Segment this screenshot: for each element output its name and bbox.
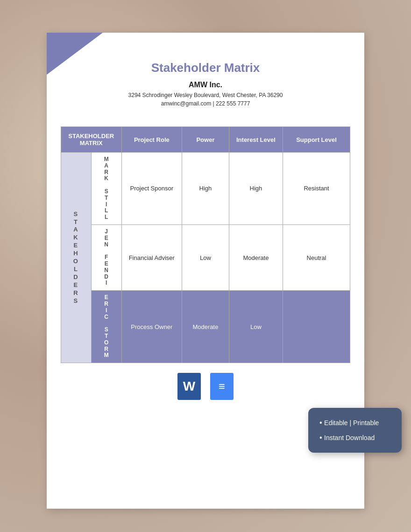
company-name: AMW Inc. bbox=[65, 81, 346, 89]
matrix-table-container: STAKEHOLDER MATRIX Project Role Power In… bbox=[61, 126, 350, 363]
name-eric-storm: E R I C S T O R M bbox=[93, 294, 120, 359]
company-address: 3294 Schrodinger Wesley Boulevard, West … bbox=[65, 91, 346, 99]
corner-decoration bbox=[47, 33, 103, 75]
name-jen-fendi: J E N F E N D I bbox=[93, 229, 120, 287]
feature-item-2: Instant Download bbox=[319, 430, 390, 445]
table-row: E R I C S T O R M Process Owner bbox=[61, 291, 350, 363]
name-cell-2: J E N F E N D I bbox=[91, 224, 121, 290]
th-interest-level: Interest Level bbox=[229, 127, 283, 153]
th-power: Power bbox=[182, 127, 229, 153]
th-project-role: Project Role bbox=[121, 127, 182, 153]
power-cell-3: Moderate bbox=[182, 291, 229, 363]
role-cell-1: Project Sponsor bbox=[121, 153, 182, 225]
stakeholders-label: S T A K E H O L D E R S bbox=[63, 210, 89, 305]
th-stakeholder-matrix: STAKEHOLDER MATRIX bbox=[61, 127, 122, 153]
page-title: Stakeholder Matrix bbox=[65, 61, 346, 75]
features-popup: Editable | Printable Instant Download bbox=[308, 408, 402, 453]
table-row: S T A K E H O L D E R S bbox=[61, 153, 350, 225]
role-cell-2: Financial Adviser bbox=[121, 224, 182, 290]
document-icons-area bbox=[47, 372, 364, 405]
interest-cell-1: High bbox=[229, 153, 283, 225]
power-cell-2: Low bbox=[182, 224, 229, 290]
document-page: Stakeholder Matrix AMW Inc. 3294 Schrodi… bbox=[47, 33, 364, 509]
interest-cell-3: Low bbox=[229, 291, 283, 363]
name-cell-1: M A R K S T I L L bbox=[91, 153, 121, 225]
word-icon-bg bbox=[177, 373, 201, 400]
word-icon bbox=[177, 372, 201, 400]
stakeholders-cell: S T A K E H O L D E R S bbox=[61, 153, 92, 363]
name-cell-3: E R I C S T O R M bbox=[91, 291, 121, 363]
support-cell-1: Resistant bbox=[283, 153, 350, 225]
support-cell-3 bbox=[283, 291, 350, 363]
docs-icon-bg bbox=[210, 373, 234, 400]
stakeholder-matrix-table: STAKEHOLDER MATRIX Project Role Power In… bbox=[61, 126, 350, 363]
name-mark-still: M A R K S T I L L bbox=[93, 156, 120, 221]
th-support-level: Support Level bbox=[283, 127, 350, 153]
interest-cell-2: Moderate bbox=[229, 224, 283, 290]
support-cell-2: Neutral bbox=[283, 224, 350, 290]
table-row: J E N F E N D I Financial Adviser Low bbox=[61, 224, 350, 290]
feature-item-1: Editable | Printable bbox=[319, 415, 390, 430]
table-header-row: STAKEHOLDER MATRIX Project Role Power In… bbox=[61, 127, 350, 153]
docs-icon bbox=[210, 372, 234, 400]
power-cell-1: High bbox=[182, 153, 229, 225]
company-contact: amwinc@gmail.com | 222 555 7777 bbox=[65, 99, 346, 108]
role-cell-3: Process Owner bbox=[121, 291, 182, 363]
